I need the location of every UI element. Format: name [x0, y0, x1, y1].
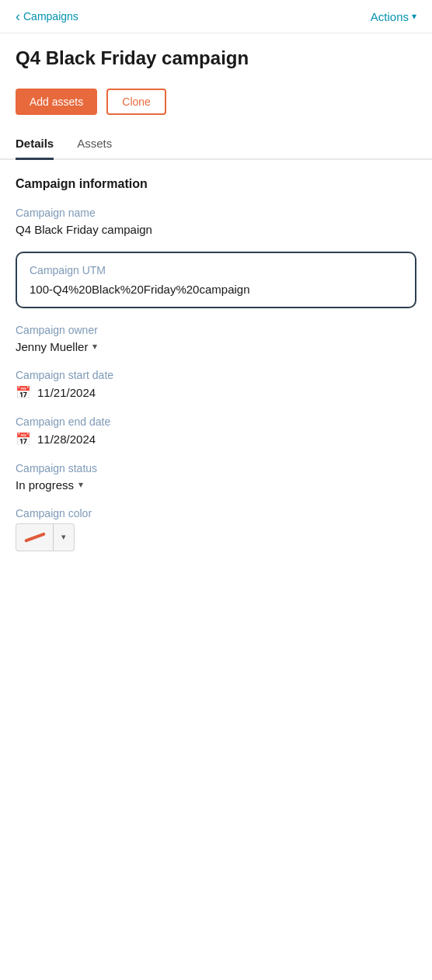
back-link[interactable]: Campaigns: [16, 9, 78, 23]
actions-label: Actions: [371, 10, 409, 23]
campaign-color-picker[interactable]: ▾: [16, 523, 416, 551]
campaign-end-date: 📅 11/28/2024: [16, 432, 416, 447]
tab-assets[interactable]: Assets: [77, 129, 112, 160]
campaign-status-label: Campaign status: [16, 462, 416, 474]
campaign-name-label: Campaign name: [16, 207, 416, 219]
campaign-owner-dropdown[interactable]: Jenny Mueller ▾: [16, 340, 416, 353]
campaign-name-field: Campaign name Q4 Black Friday campaign: [16, 207, 416, 236]
add-assets-button[interactable]: Add assets: [16, 89, 97, 115]
campaign-utm-field: Campaign UTM 100-Q4%20Black%20Friday%20c…: [16, 252, 416, 308]
campaign-color-field: Campaign color ▾: [16, 507, 416, 551]
action-buttons-area: Add assets Clone: [0, 78, 432, 129]
campaign-utm-value: 100-Q4%20Black%20Friday%20campaign: [30, 283, 402, 296]
content-area: Campaign information Campaign name Q4 Bl…: [0, 160, 432, 584]
color-swatch-line: [24, 532, 46, 542]
campaign-status-value: In progress: [16, 478, 74, 492]
color-swatch-button[interactable]: [16, 523, 53, 551]
color-dropdown-button[interactable]: ▾: [53, 523, 75, 551]
campaign-owner-value: Jenny Mueller: [16, 340, 88, 353]
campaign-utm-label: Campaign UTM: [30, 264, 402, 276]
campaign-owner-field: Campaign owner Jenny Mueller ▾: [16, 324, 416, 353]
calendar-icon: 📅: [16, 432, 31, 447]
campaign-status-field: Campaign status In progress ▾: [16, 462, 416, 492]
section-title: Campaign information: [16, 177, 416, 191]
campaign-end-value: 11/28/2024: [37, 433, 96, 446]
chevron-down-icon: ▾: [92, 341, 97, 352]
actions-button[interactable]: Actions: [371, 10, 416, 23]
calendar-icon: 📅: [16, 385, 31, 400]
campaign-name-value: Q4 Black Friday campaign: [16, 223, 416, 236]
campaign-start-label: Campaign start date: [16, 369, 416, 381]
campaign-start-date: 📅 11/21/2024: [16, 385, 416, 400]
campaign-end-date-field: Campaign end date 📅 11/28/2024: [16, 415, 416, 447]
campaign-color-label: Campaign color: [16, 507, 416, 520]
chevron-down-icon: ▾: [61, 532, 66, 542]
campaign-status-dropdown[interactable]: In progress ▾: [16, 478, 416, 492]
tabs-bar: Details Assets: [0, 129, 432, 160]
clone-button[interactable]: Clone: [106, 89, 166, 115]
campaign-start-date-field: Campaign start date 📅 11/21/2024: [16, 369, 416, 400]
top-nav: Campaigns Actions: [0, 0, 432, 33]
tab-details[interactable]: Details: [16, 129, 54, 160]
campaign-start-value: 11/21/2024: [37, 386, 96, 399]
back-link-label: Campaigns: [23, 10, 78, 23]
campaign-owner-label: Campaign owner: [16, 324, 416, 336]
campaign-end-label: Campaign end date: [16, 415, 416, 428]
page-title: Q4 Black Friday campaign: [0, 33, 432, 78]
chevron-down-icon: ▾: [78, 479, 83, 490]
